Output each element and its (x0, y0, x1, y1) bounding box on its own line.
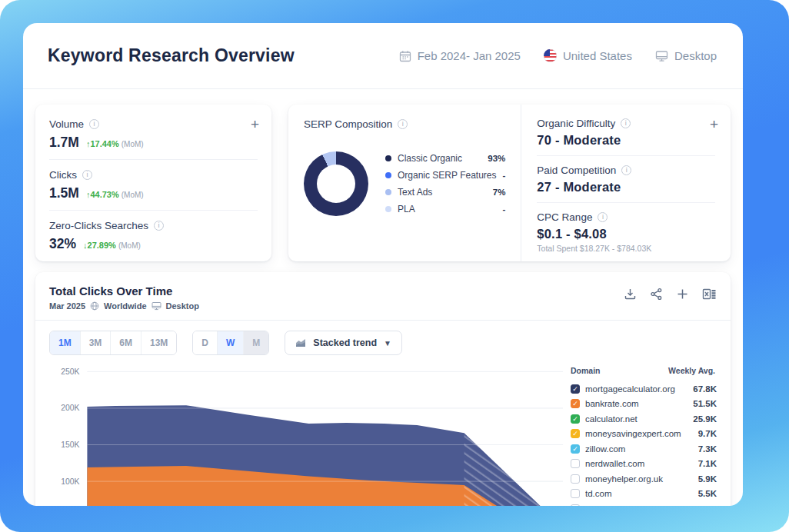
domain-label: bankrate.com (585, 399, 687, 408)
chart-region: Worldwide (104, 301, 146, 311)
domain-label: calculator.net (585, 414, 687, 424)
weekly-avg-value: 7.3K (698, 444, 717, 454)
range-6m-button[interactable]: 6M (110, 331, 141, 354)
legend-dot (385, 189, 391, 195)
granularity-selector: D W M (192, 331, 269, 355)
info-icon[interactable]: i (598, 212, 608, 222)
metric-value: 1.5M (49, 185, 79, 201)
table-row[interactable]: ✓calculator.net25.9K (571, 411, 717, 427)
weekly-avg-value: 67.8K (693, 384, 717, 394)
share-icon[interactable] (650, 288, 663, 301)
weekly-avg-value: 5.9K (698, 474, 717, 484)
table-row[interactable]: ✓mortgagecalculator.org67.8K (571, 381, 717, 397)
domain-label: fcac-acfc.gc.ca (585, 504, 693, 506)
serp-legend-item[interactable]: Text Ads 7% (385, 184, 505, 201)
info-icon[interactable]: i (621, 165, 631, 175)
domain-checkbox[interactable] (571, 474, 580, 484)
metric-value: 70 - Moderate (537, 133, 715, 148)
serp-legend: Classic Organic 93% Organic SERP Feature… (385, 150, 505, 218)
chart-controls: 1M 3M 6M 13M D W M Stacked trend ▼ (49, 331, 717, 355)
header-filters: Feb 2024- Jan 2025 United States Desktop (399, 49, 717, 62)
table-row[interactable]: moneyhelper.org.uk5.9K (571, 471, 717, 487)
metric-value: $0.1 - $4.08 (537, 227, 715, 241)
table-row[interactable]: ✓bankrate.com51.5K (571, 397, 717, 412)
svg-text:150K: 150K (61, 441, 79, 449)
info-icon[interactable]: i (154, 221, 164, 231)
legend-dot (385, 155, 391, 161)
chart-type-dropdown[interactable]: Stacked trend ▼ (285, 331, 402, 355)
country-filter[interactable]: United States (544, 49, 632, 62)
weekly-avg-value: 51.5K (693, 399, 717, 408)
info-icon[interactable]: i (621, 118, 631, 128)
serp-donut-chart[interactable] (304, 151, 368, 216)
chart-toolbar (624, 284, 717, 301)
metric-cpc-range: CPC Range i $0.1 - $4.08 Total Spent $18… (537, 202, 715, 261)
info-icon[interactable]: i (89, 119, 99, 129)
chart-title: Total Clicks Over Time (49, 284, 199, 298)
chart-body: 250K200K150K100K Domain Weekly Avg. ✓mor… (49, 363, 717, 506)
metric-paid-competition: Paid Competition i 27 - Moderate (537, 155, 715, 202)
domain-checkbox[interactable]: ✓ (571, 429, 580, 438)
add-metric-button[interactable]: + (710, 118, 718, 131)
table-row[interactable]: ✓moneysavingexpert.com9.7K (571, 427, 717, 442)
page-title: Keyword Research Overview (48, 45, 295, 66)
domain-checkbox[interactable] (571, 504, 580, 506)
serp-legend-item[interactable]: PLA - (385, 201, 505, 218)
serp-legend-item[interactable]: Organic SERP Features - (385, 167, 505, 184)
metric-label: Volume (49, 118, 84, 130)
domain-label: zillow.com (585, 444, 693, 454)
add-metric-button[interactable]: + (251, 118, 259, 131)
globe-icon (90, 301, 99, 311)
export-excel-icon[interactable] (702, 288, 717, 301)
domain-checkbox[interactable]: ✓ (571, 444, 580, 454)
metric-value: 32% (49, 236, 76, 252)
domain-checkbox[interactable]: ✓ (571, 384, 580, 394)
granularity-day-button[interactable]: D (193, 331, 217, 354)
legend-dot (385, 172, 391, 178)
weekly-avg-value: 9.7K (698, 429, 717, 438)
svg-text:250K: 250K (61, 367, 79, 376)
metric-label: Clicks (49, 169, 77, 181)
metric-value: 1.7M (49, 135, 79, 151)
serp-difficulty-card: SERP Composition i Classic Organic 93% (288, 105, 731, 261)
range-3m-button[interactable]: 3M (80, 331, 111, 354)
metric-change: ↑17.44% (MoM) (86, 139, 144, 148)
date-range-label: Feb 2024- Jan 2025 (418, 49, 521, 62)
metric-zero-clicks: Zero-Clicks Searches i 32% ↓27.89% (MoM) (49, 210, 258, 261)
serp-legend-item[interactable]: Classic Organic 93% (385, 150, 505, 167)
domain-checkbox[interactable] (571, 459, 580, 468)
weekly-avg-value: 7.1K (698, 459, 717, 468)
stacked-area-chart[interactable]: 250K200K150K100K (49, 363, 566, 506)
granularity-week-button[interactable]: W (217, 331, 243, 354)
domain-checkbox[interactable]: ✓ (571, 399, 580, 408)
table-row[interactable]: ✓zillow.com7.3K (571, 441, 717, 457)
calendar-icon (399, 50, 411, 62)
table-row[interactable]: nerdwallet.com7.1K (571, 457, 717, 472)
total-clicks-card: Total Clicks Over Time Mar 2025 Worldwid… (35, 272, 731, 506)
table-row[interactable]: td.com5.5K (571, 487, 717, 502)
date-range-filter[interactable]: Feb 2024- Jan 2025 (399, 49, 521, 62)
device-label: Desktop (674, 49, 717, 62)
range-13m-button[interactable]: 13M (141, 331, 176, 354)
weekly-avg-value: 5.3K (698, 504, 717, 506)
info-icon[interactable]: i (82, 170, 92, 180)
svg-text:100K: 100K (61, 477, 79, 486)
gradient-frame: Keyword Research Overview Feb 2024- Jan … (0, 0, 789, 532)
country-label: United States (563, 49, 632, 62)
domain-checkbox[interactable]: ✓ (571, 414, 580, 424)
add-to-dashboard-icon[interactable] (676, 288, 689, 301)
legend-dot (385, 206, 391, 212)
info-icon[interactable]: i (398, 119, 408, 129)
weekly-avg-value: 25.9K (693, 414, 717, 424)
granularity-month-button[interactable]: M (243, 331, 268, 354)
download-icon[interactable] (624, 288, 637, 301)
table-row[interactable]: fcac-acfc.gc.ca5.3K (571, 501, 717, 506)
domain-table-body: ✓mortgagecalculator.org67.8K✓bankrate.co… (571, 381, 717, 506)
range-1m-button[interactable]: 1M (50, 331, 80, 354)
metric-value: 27 - Moderate (537, 180, 715, 195)
weekly-avg-value: 5.5K (698, 489, 717, 498)
chevron-down-icon: ▼ (384, 339, 391, 347)
domain-table: Domain Weekly Avg. ✓mortgagecalculator.o… (571, 363, 717, 506)
domain-checkbox[interactable] (571, 489, 580, 498)
device-filter[interactable]: Desktop (655, 49, 717, 62)
